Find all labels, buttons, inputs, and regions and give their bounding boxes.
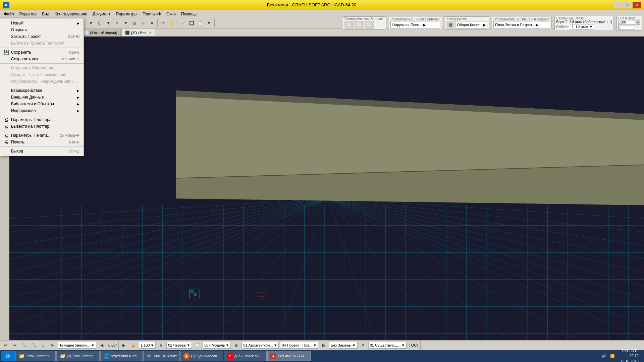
eyedropper-btn[interactable]: 💉 — [179, 19, 187, 27]
3d-rotate-btn[interactable]: ⟳ — [159, 19, 167, 27]
project-phase-dropdown[interactable]: 04 Проект - Пла... ▼ — [280, 342, 318, 349]
geo-btn3[interactable]: ⬜ — [365, 21, 374, 29]
existing-dropdown[interactable]: 01 Существующ... ▼ — [368, 342, 407, 349]
line-placement-dropdown[interactable]: Наружная Пове... ▶ — [390, 21, 440, 28]
main-layout: ↖ ⟳ ⇔ ⤢ ↕ Докум ≡ ⌂ A A1 Разно — [0, 37, 644, 340]
tab-south-facade[interactable]: ⬜ [Южный Фасад] — [80, 29, 121, 36]
menu-entry-open[interactable]: Открыть — [0, 26, 84, 33]
menu-entry-plotter-params[interactable]: 🖨Параметры Плоттера... — [0, 116, 84, 123]
menu-document[interactable]: Документ — [90, 11, 113, 17]
measure-btn[interactable]: 📐 — [168, 19, 176, 27]
menu-entry-external-data[interactable]: Внешние Данные▶ — [0, 94, 84, 101]
taskbar-file-explorer[interactable]: 📁 Total Comman... — [15, 351, 56, 361]
menu-entry-print[interactable]: 🖨Печать...Ctrl+P — [0, 139, 84, 145]
menu-help[interactable]: Помощь — [178, 11, 199, 17]
menu-construct[interactable]: Конструирование — [52, 11, 90, 17]
tb-drop1[interactable]: ▼ — [87, 19, 95, 27]
menu-window[interactable]: Окно — [164, 11, 178, 17]
replacement-icon[interactable]: ≡ — [359, 341, 367, 349]
tab-3d-close[interactable]: ✕ — [149, 31, 152, 35]
menu-file[interactable]: Файл — [1, 11, 17, 17]
layer-dropdown[interactable]: 02 Чертеж ▼ — [166, 342, 192, 349]
height-top-up[interactable]: ▲ — [636, 20, 640, 25]
3d-view-btn[interactable]: 🔲 — [187, 19, 196, 27]
menu-entry-print-plotter[interactable]: 🖨Вывести на Плоттер... — [0, 123, 84, 130]
menu-editor[interactable]: Редактор — [17, 11, 40, 17]
menu-arrow-new: ▶ — [77, 21, 79, 25]
start-button[interactable]: ⊞ — [1, 351, 15, 361]
category-dropdown[interactable]: 01 Архитектурн... ▼ — [241, 342, 279, 349]
angle-next-btn[interactable]: ▶ — [120, 341, 128, 349]
menu-entry-save-as[interactable]: Сохранить как...Ctrl+Shift+S — [0, 56, 84, 62]
file-explorer2-icon: 📁 — [59, 353, 65, 359]
cursor-btn[interactable]: ↖ — [113, 19, 121, 27]
zoom-in-btn[interactable]: 🔍 — [30, 341, 38, 349]
scene-svg — [9, 37, 644, 340]
menu-label-plotter-params: Параметры Плоттера... — [11, 117, 55, 122]
taskbar-file-explorer2[interactable]: 📁 [2] Total Comma... — [56, 351, 100, 361]
construction-dropdown[interactable]: Общая Конст... ▶ — [455, 21, 487, 28]
model-dropdown[interactable]: Вся Модель ▼ — [203, 342, 231, 349]
phase-icon[interactable]: ⊞ — [320, 341, 328, 349]
print-btn[interactable]: 🖨 — [157, 341, 165, 349]
menu-entry-print-params[interactable]: 🖨Параметры Печати...Ctrl+Shift+P — [0, 132, 84, 139]
menu-entry-interaction[interactable]: Взаимодействие▶ — [0, 87, 84, 94]
viewport[interactable] — [9, 37, 644, 340]
height-top-input[interactable] — [618, 20, 635, 25]
geo-btn1[interactable]: ⬜ — [344, 21, 354, 29]
taskbar-mail[interactable]: ✉ Mail.Ru Агент — [143, 351, 180, 361]
home-btn[interactable]: ⌂ — [39, 341, 47, 349]
close-button[interactable]: ✕ — [633, 2, 641, 8]
scale-btn[interactable]: ⤢ — [139, 19, 147, 27]
tab-3d[interactable]: ⬛ [3D / Все] ✕ — [121, 29, 155, 36]
plan-display-dropdown[interactable]: План Этажа и Разрез... ▶ — [493, 21, 550, 28]
taskbar-yandex[interactable]: Y днс - Поиск в G... — [224, 351, 267, 361]
height-bot-input[interactable] — [618, 25, 635, 30]
menu-teamwork[interactable]: Teamwork — [140, 11, 164, 17]
zoom-dropdown[interactable]: Текущее Увелич... ▼ — [58, 342, 96, 349]
svg-rect-77 — [194, 293, 197, 296]
menu-entry-exit[interactable]: ВыходCtrl+Q — [0, 148, 84, 155]
tb-drop3[interactable]: ▼ — [122, 19, 130, 27]
tb-drop4[interactable]: ▼ — [205, 19, 213, 27]
tb-drop2[interactable]: ▼ — [104, 19, 112, 27]
menu-label-open: Открыть — [11, 27, 27, 32]
close-btn[interactable]: ✕ — [148, 19, 156, 27]
polygon-btn[interactable]: ⬡ — [96, 19, 104, 27]
maximize-button[interactable]: □ — [623, 2, 632, 8]
menu-entry-save[interactable]: 💾СохранитьCtrl+S — [0, 49, 84, 56]
undo-status-btn[interactable]: ↩ — [1, 341, 9, 349]
select-btn[interactable]: ⊡ — [130, 19, 139, 27]
menu-entry-close-project[interactable]: Закрыть ПроектCtrl+W — [0, 33, 84, 40]
layer-btn[interactable]: 📋 — [196, 19, 204, 27]
menu-entry-new[interactable]: Новый▶ — [0, 20, 84, 26]
tray-lang: РУС INTL — [620, 348, 639, 353]
tray-network[interactable]: 📶 — [609, 354, 616, 358]
bot-floor-dropdown[interactable]: 1. 1-й этаж ▼ — [570, 24, 594, 29]
menu-view[interactable]: Вид — [39, 11, 52, 17]
taskbar-browser[interactable]: 🌐 http://3ddd.ru/fo... — [100, 351, 143, 361]
minimize-button[interactable]: ─ — [614, 2, 623, 8]
taskbar-odnoklassniki[interactable]: A (1) Одноклассн... — [180, 351, 223, 361]
window-title: Без имени - GRAPHISOFT ARCHICAD-64 20 — [9, 2, 614, 7]
angle-prev-btn[interactable]: ◀ — [98, 341, 106, 349]
menu-entry-create-packet: Создать Пакет Перемещения — [0, 71, 84, 78]
replacement-dropdown[interactable]: Без Замены ▼ — [329, 342, 358, 349]
tray-clock[interactable]: РУС INTL 22:12 12.10.2016 — [618, 348, 641, 362]
geo-btn2[interactable]: ⬜ — [355, 21, 364, 29]
menu-entry-libraries[interactable]: Библиотеки и Объекты▶ — [0, 101, 84, 107]
lock-btn[interactable]: 🔒 — [129, 341, 138, 349]
redo-status-btn[interactable]: ↪ — [11, 341, 19, 349]
construction-icon[interactable]: ▦ — [446, 21, 454, 29]
nav-btn[interactable]: ➤ — [48, 341, 56, 349]
menu-params[interactable]: Параметры — [113, 11, 140, 17]
model-icon[interactable]: ⊕ — [232, 341, 240, 349]
scale-dropdown[interactable]: 1:100 ▼ — [139, 342, 156, 349]
linked-floors-label: Связанные Этажи: — [556, 16, 612, 20]
tray-volume[interactable]: 🔊 — [600, 354, 607, 358]
yandex-icon: Y — [227, 353, 233, 359]
menu-entry-info[interactable]: Информация▶ — [0, 107, 84, 114]
layer-icon[interactable]: 📋 — [193, 341, 201, 349]
zoom-out-btn[interactable]: 🔍 — [20, 341, 28, 349]
taskbar-archicad[interactable]: A Без имени - GR... — [267, 351, 311, 361]
